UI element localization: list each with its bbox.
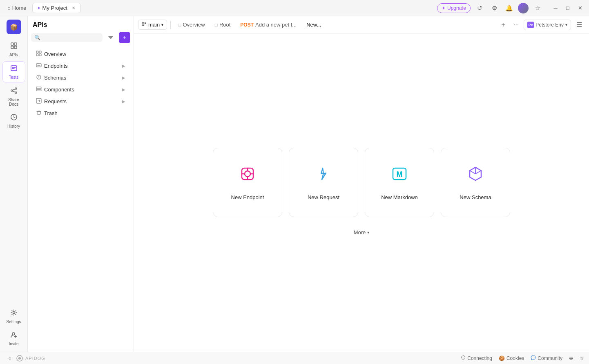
new-markdown-label: New Markdown [381,194,418,200]
sidebar-item-invite-label: Invite [9,342,19,346]
tree-item-endpoints[interactable]: Endpoints ▶ [30,60,131,72]
search-input[interactable] [42,35,99,40]
more-button[interactable]: More ▾ [350,227,374,238]
filter-button[interactable] [105,32,116,43]
trash-icon [36,110,42,117]
refresh-icon[interactable]: ↺ [474,2,485,14]
apis-icon [10,42,18,52]
svg-point-13 [13,312,15,314]
schemas-icon [36,74,42,81]
community-icon [531,355,536,362]
restore-button[interactable]: □ [562,2,573,14]
tree-item-requests[interactable]: Requests ▶ [30,95,131,107]
window-controls: ─ □ ✕ [550,2,586,14]
settings-gear-icon[interactable]: ⚙ [489,2,500,14]
env-selector[interactable]: Pe Petstore Env ▾ [524,20,571,30]
tree-nav: Overview Endpoints ▶ [28,47,134,352]
home-tab-label: Home [12,5,27,11]
components-chevron: ▶ [122,87,125,92]
new-tab[interactable]: New... [302,20,325,29]
components-icon [36,86,42,93]
branch-label: main [148,22,160,28]
avatar[interactable] [518,3,529,13]
overview-tab[interactable]: □ Overview [174,20,209,29]
svg-rect-0 [11,43,13,45]
apidog-logo: APIDOG [16,355,45,362]
top-nav: main ▾ □ Overview □ Root POST Add a new … [134,16,589,33]
sidebar-item-invite[interactable]: Invite [2,328,25,348]
invite-icon [10,331,18,341]
location-button[interactable]: ⊕ [569,355,573,361]
svg-rect-21 [39,51,41,53]
far-left-nav: 📦 APIs Tests [0,16,28,352]
add-tab-button[interactable]: + [498,20,509,30]
more-options-button[interactable]: ··· [511,20,521,30]
collapse-button[interactable]: « [5,353,15,363]
location-icon: ⊕ [569,355,573,361]
home-icon: ⌂ [7,5,11,11]
titlebar-tabs: ⌂ Home ✦ My Project ✕ [3,3,437,13]
new-request-card[interactable]: New Request [289,148,358,217]
tree-item-schemas-label: Schemas [44,75,66,81]
svg-rect-31 [36,90,41,91]
svg-point-14 [12,333,15,335]
tree-item-trash-label: Trash [44,110,58,116]
new-markdown-card[interactable]: M New Markdown [365,148,434,217]
new-schema-label: New Schema [460,194,491,200]
titlebar: ⌂ Home ✦ My Project ✕ ✦ Upgrade ↺ ⚙ 🔔 ☆ … [0,0,589,16]
svg-rect-22 [36,54,38,56]
more-label: More [354,229,366,235]
notifications-icon[interactable]: 🔔 [503,2,515,14]
connecting-icon [461,355,466,361]
tree-item-trash[interactable]: Trash [30,107,131,119]
upgrade-icon: ✦ [442,5,446,11]
branch-selector[interactable]: main ▾ [138,20,167,30]
cookies-status[interactable]: 🍪 Cookies [499,355,524,361]
tree-item-components[interactable]: Components ▶ [30,84,131,95]
tests-icon [10,64,18,74]
bookmark-status-button[interactable]: ☆ [580,355,584,361]
project-tab[interactable]: ✦ My Project ✕ [32,3,81,13]
sidebar-item-share-docs[interactable]: Share Docs [2,84,25,109]
left-panel-search: 🔍 + [28,32,134,47]
overview-tab-icon: □ [178,22,181,28]
cards-grid: New Endpoint New Request [213,148,510,217]
upgrade-label: Upgrade [447,5,466,11]
svg-rect-2 [11,46,13,49]
community-status[interactable]: Community [531,355,562,362]
sidebar-item-settings[interactable]: Settings [2,306,25,326]
svg-point-28 [38,78,39,78]
top-nav-right: + ··· Pe Petstore Env ▾ ☰ [498,19,585,31]
svg-rect-3 [14,46,17,49]
post-tab-label: Add a new pet t... [255,22,297,28]
sidebar-item-history[interactable]: History [2,111,25,131]
bookmark-icon[interactable]: ☆ [532,2,543,14]
close-button[interactable]: ✕ [574,2,586,14]
sidebar-item-settings-label: Settings [6,320,21,324]
tree-item-overview[interactable]: Overview [30,48,131,60]
post-tab[interactable]: POST Add a new pet t... [236,20,301,29]
home-tab[interactable]: ⌂ Home [3,3,31,13]
add-button[interactable]: + [119,32,130,43]
tab-close-button[interactable]: ✕ [71,5,76,11]
request-card-icon [314,164,333,188]
cookies-icon: 🍪 [499,355,505,361]
app-logo[interactable]: 📦 [7,20,21,34]
upgrade-button[interactable]: ✦ Upgrade [437,3,471,13]
new-schema-card[interactable]: New Schema [441,148,510,217]
tree-item-schemas[interactable]: Schemas ▶ [30,72,131,84]
hamburger-button[interactable]: ☰ [573,19,585,31]
panel-title: APIs [33,21,47,29]
connecting-status[interactable]: Connecting [461,355,492,361]
project-tab-label: My Project [42,5,67,11]
tree-item-overview-label: Overview [44,51,66,57]
svg-line-10 [13,89,15,90]
content-area: main ▾ □ Overview □ Root POST Add a new … [134,16,589,352]
sidebar-item-apis[interactable]: APIs [2,39,25,60]
minimize-button[interactable]: ─ [550,2,561,14]
sidebar-item-tests[interactable]: Tests [2,61,25,82]
root-tab[interactable]: □ Root [211,20,235,29]
new-endpoint-card[interactable]: New Endpoint [213,148,282,217]
svg-point-36 [145,22,146,24]
tree-item-components-label: Components [44,87,74,93]
